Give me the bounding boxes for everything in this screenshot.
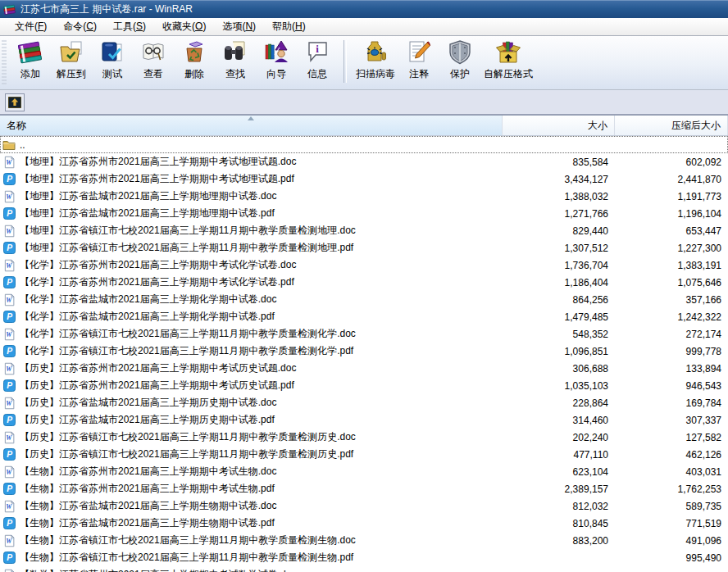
list-header: 名称 大小 压缩后大小	[0, 115, 728, 136]
wizard-button-label: 向导	[266, 67, 286, 81]
word-doc-file-icon: W	[2, 156, 16, 169]
file-packed-size: 133,894	[615, 363, 728, 375]
file-row[interactable]: P【地理】江苏省苏州市2021届高三上学期期中考试地理试题.pdf3,434,1…	[0, 170, 728, 188]
file-name-cell: W【地理】江苏省镇江市七校2021届高三上学期11月期中教学质量检测地理.doc	[0, 224, 503, 238]
add-button[interactable]: 添加	[10, 39, 51, 84]
pdf-file-icon: P	[2, 448, 16, 461]
word-doc-file-icon: W	[2, 465, 16, 479]
view-button[interactable]: 查看	[133, 39, 174, 84]
file-size: 3,434,127	[503, 174, 615, 185]
column-header-packed-size[interactable]: 压缩后大小	[615, 116, 728, 135]
file-size: 2,389,157	[503, 483, 615, 495]
file-row[interactable]: W【生物】江苏省盐城市2021届高三上学期生物期中试卷.doc812,03258…	[0, 497, 728, 515]
virus-scan-button[interactable]: 扫描病毒	[353, 39, 398, 84]
file-row[interactable]: P【生物】江苏省苏州市2021届高三上学期期中考试生物.pdf2,389,157…	[0, 480, 728, 497]
file-row[interactable]: P【地理】江苏省镇江市七校2021届高三上学期11月期中教学质量检测地理.pdf…	[0, 239, 728, 256]
file-row[interactable]: W【地理】江苏省盐城市2021届高三上学期地理期中试卷.doc1,388,032…	[0, 188, 728, 205]
file-packed-size: 169,784	[615, 397, 728, 409]
file-row[interactable]: P【生物】江苏省镇江市七校2021届高三上学期11月期中教学质量检测生物.pdf…	[0, 549, 728, 566]
word-doc-file-icon: W	[2, 190, 16, 203]
winrar-archive-icon	[3, 3, 16, 16]
file-row[interactable]: W【历史】江苏省镇江市七校2021届高三上学期11月期中教学质量检测历史.doc…	[0, 429, 728, 446]
column-header-name[interactable]: 名称	[0, 116, 503, 135]
file-name: 【化学】江苏省镇江市七校2021届高三上学期11月期中教学质量检测化学.doc	[20, 327, 356, 341]
file-row[interactable]: P【地理】江苏省盐城市2021届高三上学期地理期中试卷.pdf1,271,766…	[0, 205, 728, 222]
file-name: 【数学】江苏省苏州市2021届高三上学期期中考试数学试卷.doc	[20, 568, 296, 572]
menu-item-options[interactable]: 选项(N)	[214, 18, 264, 36]
file-row[interactable]: P【化学】江苏省苏州市2021届高三上学期期中考试化学试卷.pdf1,186,4…	[0, 274, 728, 291]
svg-text:W: W	[6, 434, 12, 442]
comment-icon	[406, 39, 432, 66]
info-button-label: 信息	[307, 67, 327, 81]
file-size: 829,440	[503, 225, 615, 237]
sfx-button[interactable]: 自解压格式	[480, 39, 536, 84]
file-packed-size: 602,092	[615, 157, 728, 168]
find-button-label: 查找	[225, 67, 245, 81]
word-doc-file-icon: W	[2, 328, 16, 341]
svg-text:P: P	[7, 347, 12, 356]
file-name: 【地理】江苏省镇江市七校2021届高三上学期11月期中教学质量检测地理.pdf	[20, 241, 353, 255]
file-row[interactable]: W【化学】江苏省苏州市2021届高三上学期期中考试化学试卷.doc1,736,7…	[0, 256, 728, 274]
svg-text:W: W	[6, 331, 12, 338]
file-size: 1,096,851	[503, 346, 615, 357]
file-row[interactable]: P【化学】江苏省盐城市2021届高三上学期化学期中试卷.pdf1,479,485…	[0, 308, 728, 325]
svg-text:P: P	[7, 209, 12, 218]
file-row[interactable]: P【历史】江苏省镇江市七校2021届高三上学期11月期中教学质量检测历史.pdf…	[0, 446, 728, 463]
file-row[interactable]: W【生物】江苏省苏州市2021届高三上学期期中考试生物.doc623,10440…	[0, 463, 728, 480]
info-button[interactable]: i 信息	[297, 39, 338, 84]
comment-button[interactable]: 注释	[398, 39, 439, 84]
svg-text:P: P	[7, 312, 12, 321]
menu-item-commands[interactable]: 命令(C)	[55, 18, 105, 36]
protect-icon	[447, 39, 473, 66]
svg-text:W: W	[6, 193, 12, 201]
file-row[interactable]: W【化学】江苏省盐城市2021届高三上学期化学期中试卷.doc864,25635…	[0, 291, 728, 308]
find-button[interactable]: 查找	[215, 39, 256, 84]
column-header-size[interactable]: 大小	[503, 116, 615, 135]
protect-button[interactable]: 保护	[439, 39, 480, 84]
test-button-label: 测试	[102, 67, 122, 81]
file-row[interactable]: P【历史】江苏省盐城市2021届高三上学期历史期中试卷.pdf314,46030…	[0, 411, 728, 429]
wizard-button[interactable]: 向导	[256, 39, 297, 84]
file-row[interactable]: W【历史】江苏省苏州市2021届高三上学期期中考试历史试题.doc306,688…	[0, 360, 728, 377]
svg-text:P: P	[7, 278, 12, 287]
svg-text:W: W	[6, 538, 12, 545]
file-name: 【地理】江苏省镇江市七校2021届高三上学期11月期中教学质量检测地理.doc	[20, 224, 356, 238]
up-one-level-button[interactable]	[5, 93, 25, 111]
file-packed-size: 1,191,773	[615, 191, 728, 202]
svg-text:P: P	[7, 381, 12, 390]
file-row[interactable]: W【数学】江苏省苏州市2021届高三上学期期中考试数学试卷.doc	[0, 566, 728, 572]
menu-item-tools[interactable]: 工具(S)	[105, 18, 154, 36]
file-size: 477,110	[503, 449, 615, 461]
delete-button[interactable]: 删除	[174, 39, 215, 84]
file-packed-size: 491,096	[615, 535, 728, 547]
add-button-label: 添加	[20, 67, 40, 81]
file-row[interactable]: P【生物】江苏省盐城市2021届高三上学期生物期中试卷.pdf810,84577…	[0, 515, 728, 532]
view-button-label: 查看	[143, 67, 163, 81]
test-button[interactable]: 测试	[92, 39, 133, 84]
file-packed-size: 1,762,253	[615, 483, 728, 495]
extract-to-button[interactable]: 解压到	[51, 39, 92, 84]
file-row[interactable]: W【地理】江苏省镇江市七校2021届高三上学期11月期中教学质量检测地理.doc…	[0, 222, 728, 239]
file-row[interactable]: P【化学】江苏省镇江市七校2021届高三上学期11月期中教学质量检测化学.pdf…	[0, 343, 728, 360]
file-name-cell: W【生物】江苏省镇江市七校2021届高三上学期11月期中教学质量检测生物.doc	[0, 533, 503, 547]
file-row[interactable]: W【化学】江苏省镇江市七校2021届高三上学期11月期中教学质量检测化学.doc…	[0, 325, 728, 343]
svg-text:P: P	[7, 450, 12, 459]
menu-item-help[interactable]: 帮助(H)	[264, 18, 314, 36]
window-title: 江苏七市高三上 期中试卷.rar - WinRAR	[20, 2, 193, 16]
file-size: 1,388,032	[503, 191, 615, 202]
file-name-cell: P【化学】江苏省盐城市2021届高三上学期化学期中试卷.pdf	[0, 310, 503, 324]
file-size: 228,864	[503, 397, 615, 409]
file-row[interactable]: P【历史】江苏省苏州市2021届高三上学期期中考试历史试题.pdf1,035,1…	[0, 377, 728, 394]
toolbar: 添加 解压到 测试	[0, 36, 728, 90]
file-name: 【历史】江苏省苏州市2021届高三上学期期中考试历史试题.pdf	[20, 379, 294, 393]
file-row[interactable]: W【历史】江苏省盐城市2021届高三上学期历史期中试卷.doc228,86416…	[0, 394, 728, 411]
file-row[interactable]: W【生物】江苏省镇江市七校2021届高三上学期11月期中教学质量检测生物.doc…	[0, 532, 728, 549]
file-row[interactable]: W【地理】江苏省苏州市2021届高三上学期期中考试地理试题.doc835,584…	[0, 153, 728, 170]
svg-text:W: W	[6, 503, 12, 511]
menu-item-favorites[interactable]: 收藏夹(O)	[154, 18, 214, 36]
svg-text:W: W	[6, 469, 12, 476]
menu-item-file[interactable]: 文件(F)	[7, 18, 55, 36]
menu-bar: 文件(F)命令(C)工具(S)收藏夹(O)选项(N)帮助(H)	[0, 18, 728, 36]
svg-text:P: P	[7, 519, 12, 528]
parent-dir-row[interactable]: ..	[0, 136, 728, 153]
